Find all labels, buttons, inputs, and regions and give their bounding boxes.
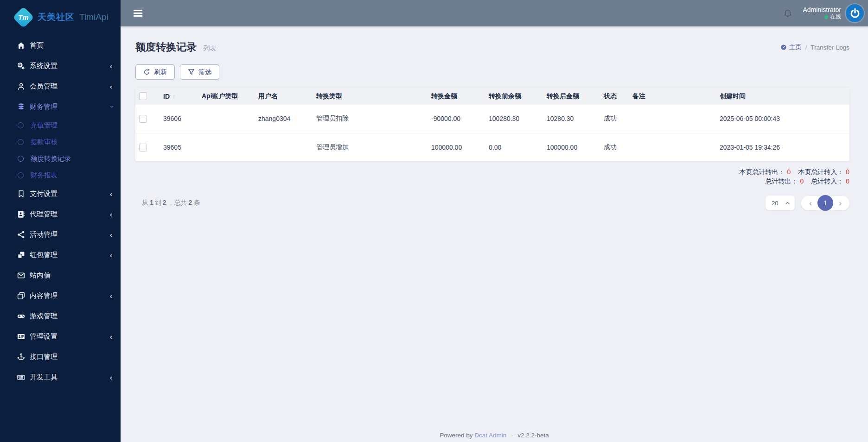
cell-after: 10280.30 (547, 105, 604, 133)
table-row: 39605 管理员增加 100000.00 0.00 100000.00 成功 … (135, 133, 849, 161)
sidebar-menu: 首页 系统设置 ‹ 会员管理 ‹ (0, 35, 121, 387)
sidebar-item-label: 支付设置 (30, 189, 57, 198)
next-page-button[interactable]: › (835, 199, 845, 207)
dashboard-icon (780, 44, 787, 51)
column-after: 转换后金额 (547, 88, 604, 105)
app-logo-icon: Tm (13, 6, 34, 28)
envelope-icon (17, 271, 25, 279)
chevron-left-icon: ‹ (110, 231, 112, 238)
cell-id: 39605 (163, 133, 202, 161)
menu-toggle-button[interactable] (134, 8, 143, 18)
user-icon (17, 82, 25, 90)
sidebar-item-label: 财务管理 (30, 102, 57, 111)
column-amount: 转换金额 (431, 88, 489, 105)
column-created: 创建时间 (720, 88, 849, 105)
sidebar-item-dev-tools[interactable]: 开发工具 ‹ (0, 367, 121, 387)
sidebar-item-api[interactable]: 接口管理 (0, 347, 121, 367)
copy-icon (17, 291, 25, 300)
cell-amount: 100000.00 (431, 133, 489, 161)
main-content: 额度转换记录 列表 主页 / Transfer-Logs 刷新 筛选 (121, 26, 868, 442)
id-card-icon (17, 332, 25, 341)
select-all-checkbox[interactable] (139, 92, 147, 100)
column-id[interactable]: ID↑ (163, 88, 202, 105)
sidebar-item-admin-settings[interactable]: 管理设置 ‹ (0, 326, 121, 347)
user-menu[interactable]: Administrator 在线 (803, 6, 841, 20)
sidebar-item-activities[interactable]: 活动管理 ‹ (0, 224, 121, 245)
sidebar-item-label: 开发工具 (30, 373, 57, 382)
sidebar-item-games[interactable]: 游戏管理 (0, 306, 121, 326)
data-table-card: ID↑ Api账户类型 用户名 转换类型 转换金额 转换前余额 转换后金额 状态… (135, 88, 849, 161)
notifications-bell-icon[interactable] (783, 8, 793, 19)
user-name: Administrator (803, 6, 841, 13)
dcat-admin-link[interactable]: Dcat Admin (474, 432, 506, 439)
column-remark: 备注 (632, 88, 720, 105)
summary-page-in-value: 0 (846, 168, 849, 176)
transfer-logs-table: ID↑ Api账户类型 用户名 转换类型 转换金额 转换前余额 转换后金额 状态… (135, 88, 849, 161)
sidebar-item-content[interactable]: 内容管理 ‹ (0, 285, 121, 306)
sidebar-item-label: 站内信 (30, 271, 51, 280)
app-logo-badge: Tm (18, 13, 29, 21)
breadcrumb: 主页 / Transfer-Logs (780, 43, 849, 51)
sidebar-subitem-transfer-logs[interactable]: 额度转换记录 (0, 150, 121, 167)
cell-amount: -90000.00 (431, 105, 489, 133)
page-size-select[interactable]: 20 (766, 196, 795, 210)
sidebar-item-label: 红包管理 (30, 251, 57, 259)
chevron-left-icon: ‹ (110, 211, 112, 218)
sidebar-item-payment-settings[interactable]: 支付设置 ‹ (0, 183, 121, 204)
sidebar-item-members[interactable]: 会员管理 ‹ (0, 76, 121, 96)
user-avatar[interactable] (846, 4, 864, 22)
sidebar-subitem-label: 提款审核 (31, 138, 57, 146)
pager: ‹ 1 › (801, 196, 849, 210)
sidebar-subitem-finance-report[interactable]: 财务报表 (0, 167, 121, 183)
home-icon (17, 41, 25, 50)
column-before: 转换前余额 (489, 88, 547, 105)
summary-total-in-label: 总计转入： (811, 177, 843, 185)
cell-api-type (202, 105, 258, 133)
summary-total-out-label: 总计转出： (765, 177, 798, 185)
filter-button[interactable]: 筛选 (180, 64, 219, 80)
page-size-value: 20 (772, 200, 778, 207)
row-checkbox[interactable] (139, 115, 147, 123)
sidebar-item-system-settings[interactable]: 系统设置 ‹ (0, 56, 121, 76)
pagination-info: 从1到2，总共2条 (135, 199, 200, 207)
sidebar-subitem-withdraw-audit[interactable]: 提款审核 (0, 133, 121, 150)
breadcrumb-current: Transfer-Logs (811, 44, 849, 51)
page-title: 额度转换记录 (135, 41, 197, 53)
current-page-button[interactable]: 1 (817, 195, 833, 211)
row-checkbox[interactable] (139, 144, 147, 152)
sidebar-item-agents[interactable]: 代理管理 ‹ (0, 204, 121, 224)
cubes-icon (17, 251, 25, 259)
footer-powered: Powered by (440, 432, 472, 439)
sidebar-subitem-recharge[interactable]: 充值管理 (0, 117, 121, 133)
sidebar-item-site-messages[interactable]: 站内信 (0, 265, 121, 285)
cell-username: zhang0304 (258, 105, 316, 133)
cell-remark (632, 105, 720, 133)
summary-total-in-value: 0 (846, 177, 849, 185)
circle-icon (18, 139, 24, 145)
sidebar-subitem-label: 充值管理 (31, 121, 57, 130)
sidebar-item-red-packets[interactable]: 红包管理 ‹ (0, 245, 121, 265)
prev-page-button[interactable]: ‹ (805, 199, 816, 207)
app-logo[interactable]: Tm 天美社区 TimiApi (0, 0, 121, 34)
sidebar-item-label: 管理设置 (30, 332, 57, 341)
sidebar-item-label: 系统设置 (30, 62, 57, 70)
column-status: 状态 (604, 88, 632, 105)
cell-before: 100280.30 (489, 105, 547, 133)
cell-type: 管理员增加 (316, 133, 431, 161)
cell-username (258, 133, 316, 161)
chevron-left-icon: ‹ (110, 292, 112, 299)
column-api-type: Api账户类型 (202, 88, 258, 105)
sidebar-item-label: 内容管理 (30, 291, 57, 300)
cell-after: 100000.00 (547, 133, 604, 161)
sidebar-item-finance[interactable]: 财务管理 ‹ (0, 96, 121, 117)
chevron-down-icon: ‹ (108, 106, 115, 108)
chevron-left-icon: ‹ (110, 63, 112, 69)
circle-icon (18, 122, 24, 128)
breadcrumb-home-link[interactable]: 主页 (789, 43, 802, 51)
cell-before: 0.00 (489, 133, 547, 161)
sidebar-item-home[interactable]: 首页 (0, 35, 121, 56)
refresh-button[interactable]: 刷新 (135, 64, 175, 80)
summary-totals: 本页总计转出：0本页总计转入：0 总计转出：0总计转入：0 (135, 167, 849, 186)
caret-up-icon (785, 201, 790, 206)
breadcrumb-separator: / (805, 44, 807, 51)
